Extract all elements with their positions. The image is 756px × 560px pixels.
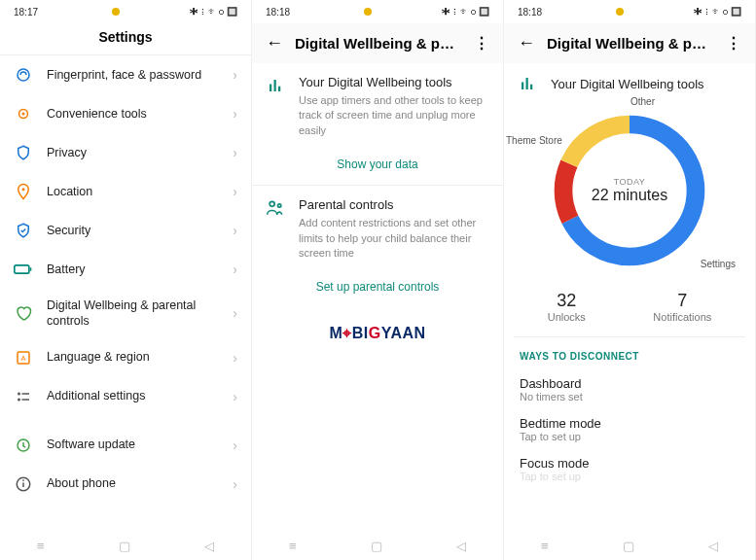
svg-rect-23 <box>530 85 532 89</box>
dashboard-body: Your Digital Wellbeing tools TODAY 22 mi… <box>504 63 755 489</box>
svg-rect-17 <box>274 80 276 91</box>
status-time: 18:18 <box>266 7 290 18</box>
parental-controls-card: Parental controls Add content restrictio… <box>252 186 503 270</box>
nav-home-icon[interactable]: ▢ <box>371 539 382 553</box>
ring-label-other: Other <box>630 96 655 107</box>
settings-item-battery[interactable]: Battery › <box>0 250 251 289</box>
weather-icon <box>364 8 372 16</box>
nav-back-icon[interactable]: ◁ <box>456 539 466 553</box>
language-icon: A <box>14 348 33 368</box>
nav-bar: ≡ ▢ ◁ <box>252 531 503 560</box>
update-icon <box>14 436 33 455</box>
svg-rect-11 <box>22 399 30 401</box>
nav-home-icon[interactable]: ▢ <box>119 539 130 553</box>
settings-panel: 18:17 ✱ ⋮ ᯤ ▢ 🔲 Settings Fingerprint, fa… <box>0 0 252 560</box>
settings-list: Fingerprint, face & password › Convenien… <box>0 55 251 531</box>
today-label: TODAY <box>614 177 646 187</box>
nav-back-icon[interactable]: ◁ <box>708 539 718 553</box>
card-desc: Add content restrictions and set other l… <box>299 216 489 261</box>
item-title: Focus mode <box>520 456 739 471</box>
status-icons: ✱ ⋮ ᯤ ▢ 🔲 <box>694 7 741 17</box>
back-icon[interactable]: ← <box>518 33 535 53</box>
usage-ring-chart[interactable]: TODAY 22 minutes Theme Store Other Setti… <box>547 108 712 273</box>
nav-bar: ≡ ▢ ◁ <box>0 531 251 560</box>
status-time: 18:18 <box>518 7 542 18</box>
svg-point-20 <box>278 204 281 207</box>
item-subtitle: No timers set <box>520 391 739 402</box>
battery-icon <box>14 260 33 279</box>
stats-row: 32 Unlocks 7 Notifications <box>514 275 745 337</box>
status-time: 18:17 <box>14 7 38 18</box>
setup-parental-button[interactable]: Set up parental controls <box>252 270 503 307</box>
settings-item-convenience[interactable]: Convenience tools › <box>0 94 251 133</box>
status-bar: 18:17 ✱ ⋮ ᯤ ▢ 🔲 <box>0 0 251 23</box>
card-desc: Use app timers and other tools to keep t… <box>299 93 489 138</box>
svg-rect-10 <box>22 393 30 395</box>
svg-point-3 <box>22 188 25 191</box>
tools-icon <box>14 104 33 123</box>
weather-icon <box>112 8 120 16</box>
svg-rect-22 <box>526 78 528 89</box>
nav-recent-icon[interactable]: ≡ <box>289 539 297 553</box>
chevron-right-icon: › <box>233 350 237 366</box>
settings-item-label: About phone <box>47 475 219 491</box>
more-icon[interactable]: ⋮ <box>726 34 741 52</box>
show-data-button[interactable]: Show your data <box>252 148 503 185</box>
item-subtitle: Tap to set up <box>520 471 739 482</box>
more-icon[interactable]: ⋮ <box>474 34 489 52</box>
svg-point-19 <box>270 202 274 207</box>
item-title: Dashboard <box>520 376 739 391</box>
stat-notifications[interactable]: 7 Notifications <box>653 291 711 323</box>
settings-item-label: Digital Wellbeing & parental controls <box>47 298 219 330</box>
settings-item-security[interactable]: Security › <box>0 211 251 250</box>
svg-rect-5 <box>30 267 32 270</box>
page-title: Digital Wellbeing & paren… <box>547 35 714 52</box>
settings-item-privacy[interactable]: Privacy › <box>0 133 251 172</box>
settings-item-wellbeing[interactable]: Digital Wellbeing & parental controls › <box>0 289 251 338</box>
settings-item-label: Location <box>47 184 219 199</box>
settings-item-language[interactable]: A Language & region › <box>0 338 251 377</box>
nav-recent-icon[interactable]: ≡ <box>37 539 45 553</box>
settings-item-location[interactable]: Location › <box>0 172 251 211</box>
svg-point-9 <box>18 398 20 401</box>
chevron-right-icon: › <box>233 262 237 277</box>
wellbeing-tools-card: Your Digital Wellbeing tools Use app tim… <box>252 63 503 148</box>
settings-item-label: Security <box>47 223 219 238</box>
settings-item-label: Fingerprint, face & password <box>47 67 219 83</box>
privacy-icon <box>14 143 33 162</box>
status-icons: ✱ ⋮ ᯤ ▢ 🔲 <box>442 7 489 17</box>
ways-item-bedtime[interactable]: Bedtime mode Tap to set up <box>514 409 745 449</box>
nav-recent-icon[interactable]: ≡ <box>541 539 549 553</box>
ways-item-dashboard[interactable]: Dashboard No timers set <box>514 369 745 409</box>
svg-rect-21 <box>522 83 523 90</box>
settings-item-label: Privacy <box>47 145 219 160</box>
settings-item-label: Battery <box>47 262 219 277</box>
bars-icon <box>266 77 285 96</box>
ring-label-theme: Theme Store <box>506 135 562 146</box>
nav-back-icon[interactable]: ◁ <box>204 539 214 553</box>
settings-item-about[interactable]: About phone › <box>0 465 251 504</box>
status-bar: 18:18 ✱ ⋮ ᯤ ▢ 🔲 <box>504 0 755 23</box>
today-value: 22 minutes <box>592 187 667 204</box>
brand-o-icon: ⌖ <box>342 325 352 341</box>
settings-item-label: Convenience tools <box>47 106 219 122</box>
location-icon <box>14 182 33 201</box>
wellbeing-intro-panel: 18:18 ✱ ⋮ ᯤ ▢ 🔲 ← Digital Wellbeing & pa… <box>252 0 504 560</box>
family-icon <box>266 199 285 219</box>
fingerprint-icon <box>14 65 33 85</box>
chevron-right-icon: › <box>233 67 237 83</box>
settings-item-fingerprint[interactable]: Fingerprint, face & password › <box>0 55 251 94</box>
svg-rect-15 <box>22 479 24 481</box>
additional-icon <box>14 387 33 406</box>
chevron-right-icon: › <box>233 476 237 492</box>
stat-unlocks[interactable]: 32 Unlocks <box>548 291 586 323</box>
settings-item-label: Additional settings <box>47 388 219 403</box>
back-icon[interactable]: ← <box>266 33 283 53</box>
nav-home-icon[interactable]: ▢ <box>623 539 634 553</box>
settings-item-additional[interactable]: Additional settings › <box>0 377 251 416</box>
ways-item-focus[interactable]: Focus mode Tap to set up <box>514 449 745 489</box>
settings-item-update[interactable]: Software update › <box>0 426 251 465</box>
brand-watermark: M⌖BIGYAAN <box>252 307 503 360</box>
dashboard-title-row: Your Digital Wellbeing tools <box>514 63 745 102</box>
svg-rect-18 <box>278 87 280 91</box>
